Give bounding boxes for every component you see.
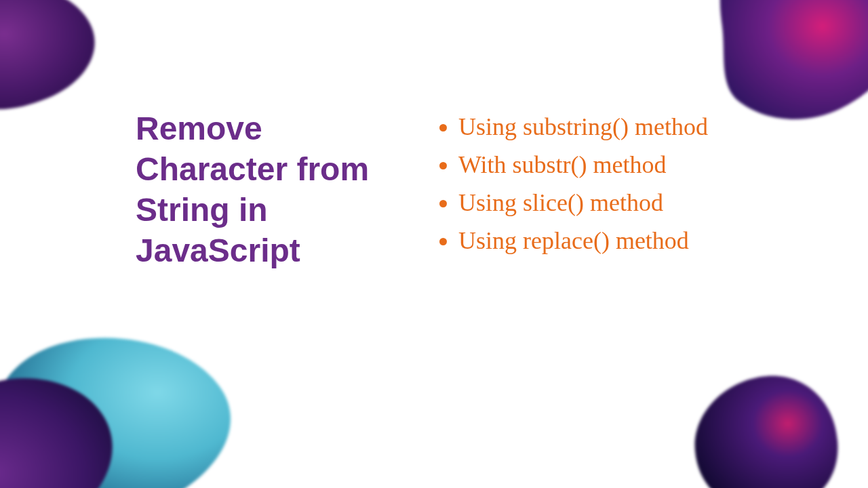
content-row: Remove Character from String in JavaScri… [136,108,814,271]
methods-list: Using substring() method With substr() m… [434,108,814,271]
list-item: Using slice() method [458,184,814,221]
methods-ul: Using substring() method With substr() m… [434,108,814,259]
page-title: Remove Character from String in JavaScri… [136,108,393,271]
decorative-blob-bottom-right [692,373,841,488]
decorative-blob-top-left [0,0,108,122]
list-item: With substr() method [458,146,814,183]
list-item: Using substring() method [458,108,814,145]
list-item: Using replace() method [458,222,814,259]
decorative-blob-bottom-left [0,319,244,488]
